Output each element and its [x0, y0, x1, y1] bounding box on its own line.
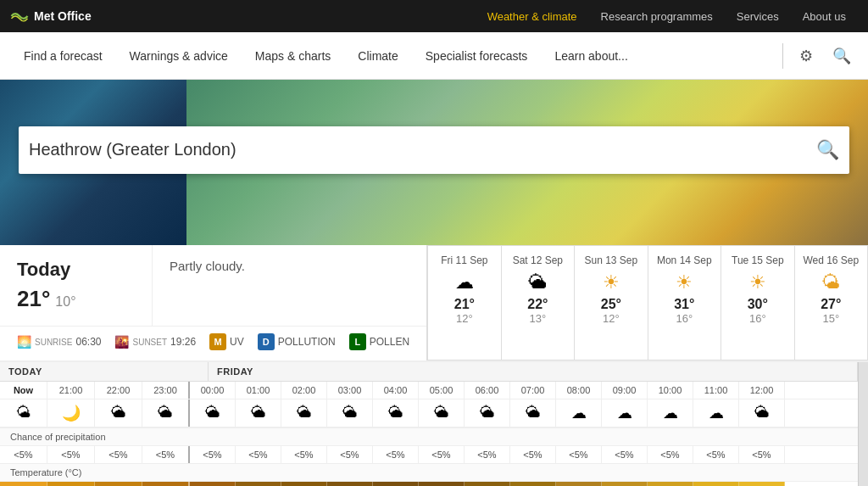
- icon-0000: 🌥: [190, 399, 236, 427]
- pollen-item: L POLLEN: [349, 333, 409, 350]
- forecast-tue-icon: ☀: [728, 271, 787, 293]
- icon-0700: 🌥: [510, 399, 556, 427]
- main-nav: Find a forecast Warnings & advice Maps &…: [0, 32, 868, 80]
- hour-0100: 01:00: [236, 382, 281, 399]
- uv-badge: M: [209, 333, 226, 350]
- icon-1100: ☁: [693, 399, 739, 427]
- precip-now: <5%: [0, 446, 47, 463]
- day-labels-row: TODAY FRIDAY: [0, 362, 858, 382]
- weather-icons-row: 🌤 🌙 🌥 🌥 🌥 🌥 🌥 🌥 🌥 🌥 🌥 🌥 ☁ ☁ ☁ ☁ 🌥: [0, 399, 858, 427]
- today-label: Today: [17, 259, 135, 281]
- nav-learn[interactable]: Learn about...: [541, 32, 641, 80]
- temp-bar-2100: [47, 482, 95, 486]
- top-nav-services[interactable]: Services: [725, 0, 791, 32]
- forecast-sun-high: 25°: [581, 297, 640, 312]
- hourly-section: TODAY FRIDAY Now 21:00 22:00 23:00 00:00…: [0, 360, 868, 486]
- search-button[interactable]: 🔍: [826, 40, 858, 72]
- top-nav: Met Office Weather & climate Research pr…: [0, 0, 868, 32]
- forecast-days: Fri 11 Sep ☁ 21° 12° Sat 12 Sep 🌥 22° 13…: [427, 245, 868, 360]
- friday-day-label: FRIDAY: [209, 362, 858, 381]
- precip-0400: <5%: [373, 446, 419, 463]
- forecast-sun-low: 12°: [581, 312, 640, 325]
- hour-0600: 06:00: [465, 382, 510, 399]
- forecast-sun-icon: ☀: [581, 271, 640, 293]
- nav-specialist[interactable]: Specialist forecasts: [412, 32, 542, 80]
- hour-0700: 07:00: [510, 382, 556, 399]
- hour-2100: 21:00: [47, 382, 95, 399]
- precip-0600: <5%: [465, 446, 510, 463]
- forecast-wed-high: 27°: [802, 297, 860, 312]
- forecast-mon-low: 16°: [655, 312, 714, 325]
- nav-divider: [782, 43, 783, 69]
- forecast-sat-high: 22°: [509, 297, 567, 312]
- icon-0300: 🌥: [327, 399, 373, 427]
- precip-2300: <5%: [142, 446, 190, 463]
- precip-0000: <5%: [190, 446, 236, 463]
- icon-2300: 🌥: [142, 399, 190, 427]
- pollution-item: D POLLUTION: [258, 333, 336, 350]
- nav-find-forecast[interactable]: Find a forecast: [10, 32, 116, 80]
- location-search-input[interactable]: [29, 140, 816, 159]
- precip-1200: <5%: [739, 446, 785, 463]
- forecast-sat[interactable]: Sat 12 Sep 🌥 22° 13°: [502, 246, 575, 360]
- forecast-sun-label: Sun 13 Sep: [581, 254, 640, 266]
- hour-1100: 11:00: [693, 382, 739, 399]
- precip-0800: <5%: [556, 446, 602, 463]
- temp-bar-0400: [373, 482, 419, 486]
- forecast-tue[interactable]: Tue 15 Sep ☀ 30° 16°: [721, 246, 794, 360]
- logo: Met Office: [10, 9, 92, 23]
- today-panel: Today 21° 10° Partly cloudy. 🌅 SUNRISE 0…: [0, 245, 427, 360]
- search-submit-button[interactable]: 🔍: [816, 139, 839, 161]
- forecast-sat-icon: 🌥: [509, 271, 567, 293]
- today-day-label: TODAY: [0, 362, 209, 381]
- forecast-tue-label: Tue 15 Sep: [728, 254, 787, 266]
- hour-0400: 04:00: [373, 382, 419, 399]
- hour-0900: 09:00: [602, 382, 648, 399]
- sunset-item: 🌇 SUNSET 19:26: [114, 335, 196, 349]
- sunset-label: SUNSET: [132, 338, 167, 347]
- hour-2200: 22:00: [95, 382, 142, 399]
- temp-bar-0600: [465, 482, 510, 486]
- sunrise-label: SUNRISE: [35, 338, 72, 347]
- temp-bar-1000: [648, 482, 693, 486]
- today-description: Partly cloudy.: [153, 245, 426, 326]
- uv-label: UV: [230, 336, 244, 348]
- today-temp-low: 10°: [55, 294, 75, 310]
- forecast-fri[interactable]: Fri 11 Sep ☁ 21° 12°: [428, 246, 501, 360]
- icon-1000: ☁: [648, 399, 693, 427]
- hour-0800: 08:00: [556, 382, 602, 399]
- settings-button[interactable]: ⚙: [790, 40, 822, 72]
- icon-0900: ☁: [602, 399, 648, 427]
- icon-1200: 🌥: [739, 399, 785, 427]
- sunset-time: 19:26: [170, 336, 196, 348]
- icon-0500: 🌥: [419, 399, 465, 427]
- today-temp-high: 21°: [17, 286, 50, 312]
- forecast-wed-icon: 🌤: [802, 271, 860, 293]
- forecast-wed[interactable]: Wed 16 Sep 🌤 27° 15°: [795, 246, 868, 360]
- forecast-mon-high: 31°: [655, 297, 714, 312]
- hour-0000: 00:00: [190, 382, 236, 399]
- top-nav-research[interactable]: Research programmes: [589, 0, 725, 32]
- nav-warnings[interactable]: Warnings & advice: [116, 32, 242, 80]
- precip-content: Chance of precipitation <5% <5% <5% <5% …: [0, 427, 858, 463]
- top-nav-weather[interactable]: Weather & climate: [476, 0, 589, 32]
- temp-bar-1100: [693, 482, 739, 486]
- nav-climate[interactable]: Climate: [344, 32, 411, 80]
- top-nav-about[interactable]: About us: [791, 0, 858, 32]
- forecast-sun[interactable]: Sun 13 Sep ☀ 25° 12°: [575, 246, 648, 360]
- scrollbar[interactable]: [858, 362, 868, 486]
- forecast-fri-low: 12°: [435, 312, 493, 325]
- precip-section: Chance of precipitation <5% <5% <5% <5% …: [0, 427, 858, 463]
- top-nav-links: Weather & climate Research programmes Se…: [476, 0, 858, 32]
- uv-item: M UV: [209, 333, 244, 350]
- pollution-label: POLLUTION: [278, 336, 336, 348]
- conditions-row: 🌅 SUNRISE 06:30 🌇 SUNSET 19:26 M UV D PO…: [0, 326, 426, 360]
- weather-content: Today 21° 10° Partly cloudy. 🌅 SUNRISE 0…: [0, 245, 868, 486]
- temp-bar-0500: [419, 482, 465, 486]
- nav-maps[interactable]: Maps & charts: [242, 32, 344, 80]
- precip-label: Chance of precipitation: [0, 427, 858, 446]
- temp-bar-2300: [142, 482, 190, 486]
- temp-bar-1200: [739, 482, 785, 486]
- forecast-mon[interactable]: Mon 14 Sep ☀ 31° 16°: [648, 246, 721, 360]
- sunset-icon: 🌇: [114, 335, 129, 349]
